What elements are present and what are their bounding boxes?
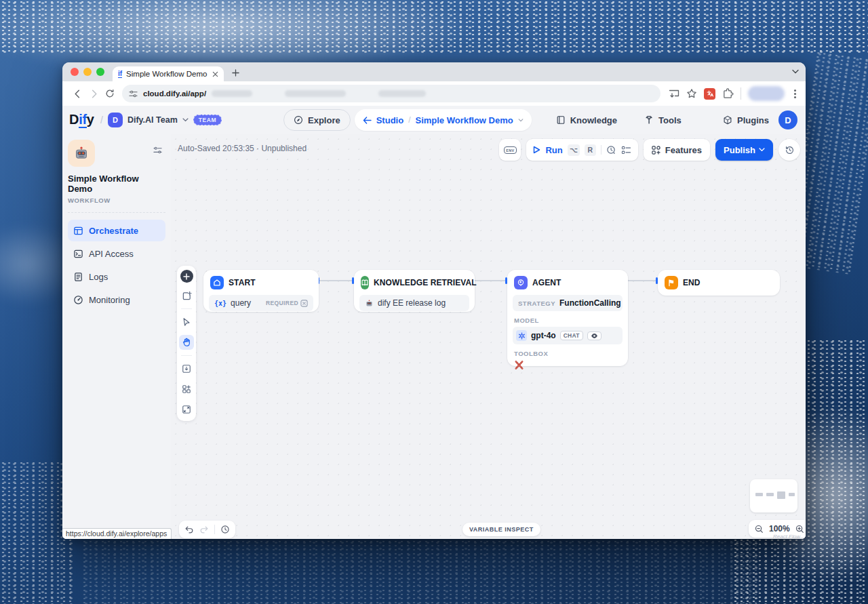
start-node-icon — [210, 276, 224, 289]
breadcrumb-studio[interactable]: Studio — [376, 115, 403, 125]
explore-label: Explore — [308, 115, 340, 125]
run-history-icon[interactable] — [606, 145, 616, 155]
bookmark-star-icon[interactable] — [686, 88, 697, 99]
search-tabs-icon[interactable] — [792, 69, 799, 75]
reload-icon[interactable] — [102, 85, 118, 102]
sidebar-item-monitoring[interactable]: Monitoring — [68, 289, 165, 310]
model-name: gpt-4o — [531, 331, 556, 340]
knowledge-node-icon — [361, 276, 369, 289]
browser-menu-icon[interactable] — [794, 93, 796, 95]
redacted-url-segment — [378, 90, 426, 97]
breadcrumb-app-name[interactable]: Simple Workflow Demo — [415, 115, 513, 125]
strategy-row: STRATEGY FunctionCalling — [513, 295, 623, 311]
sidebar-item-label: Monitoring — [89, 295, 130, 305]
explore-button[interactable]: Explore — [283, 109, 351, 131]
play-icon[interactable] — [533, 146, 540, 154]
nav-plugins[interactable]: Plugins — [723, 115, 769, 125]
node-title: AGENT — [532, 278, 561, 287]
features-label: Features — [665, 145, 702, 155]
extension-icon[interactable] — [704, 88, 715, 100]
back-icon[interactable] — [69, 85, 85, 102]
chevron-down-icon[interactable] — [518, 119, 524, 122]
dataset-icon — [365, 299, 374, 308]
compass-icon — [294, 115, 303, 125]
sidebar-app-title: Simple Workflow Demo — [68, 174, 165, 194]
dify-logo[interactable]: Dify — [69, 112, 94, 127]
node-end[interactable]: END — [658, 270, 780, 296]
site-settings-icon[interactable] — [129, 89, 138, 98]
sidebar-item-label: Orchestrate — [89, 226, 138, 236]
back-arrow-icon[interactable] — [363, 117, 372, 124]
dataset-name: dify EE release log — [378, 298, 464, 308]
address-bar[interactable]: cloud.dify.ai/app/ — [122, 85, 660, 102]
node-start[interactable]: START {x} query REQUIRED — [203, 270, 319, 312]
user-avatar[interactable]: D — [778, 110, 797, 129]
variable-inspect-button[interactable]: VARIABLE INSPECT — [462, 523, 540, 536]
zoom-in-icon[interactable] — [795, 525, 804, 533]
new-tab-icon[interactable] — [232, 69, 239, 77]
traffic-light-minimize[interactable] — [83, 68, 92, 76]
model-label: MODEL — [514, 317, 621, 324]
strategy-label: STRATEGY — [518, 300, 555, 307]
pointer-mode-icon[interactable] — [179, 315, 194, 329]
features-icon — [652, 146, 660, 155]
header-slash: / — [100, 115, 103, 125]
sidebar-item-logs[interactable]: Logs — [68, 266, 165, 287]
chat-badge: CHAT — [560, 331, 583, 340]
export-image-icon[interactable] — [179, 361, 194, 376]
node-agent[interactable]: AGENT STRATEGY FunctionCalling MODEL gpt… — [507, 270, 628, 366]
chevron-down-icon — [759, 148, 765, 152]
chevron-down-icon[interactable] — [182, 118, 189, 122]
toolbox-tool-icon[interactable] — [514, 360, 524, 370]
sidebar-app-type: WORKFLOW — [68, 197, 165, 204]
traffic-light-close[interactable] — [71, 68, 79, 76]
forward-icon[interactable] — [85, 85, 102, 102]
minimap-node — [789, 493, 795, 496]
browser-tab[interactable]: if Simple Workflow Demo - Dify — [113, 66, 224, 81]
install-app-icon[interactable] — [669, 88, 679, 99]
extensions-puzzle-icon[interactable] — [722, 88, 734, 100]
run-button[interactable]: Run — [545, 145, 562, 155]
nav-tools[interactable]: Tools — [636, 109, 690, 131]
workspace-avatar[interactable]: D — [108, 113, 123, 127]
fit-view-icon[interactable] — [179, 402, 194, 417]
publish-button[interactable]: Publish — [715, 139, 773, 161]
book-icon — [556, 115, 566, 125]
shortcut-mod-key: ⌥ — [568, 144, 580, 156]
node-knowledge-retrieval[interactable]: KNOWLEDGE RETRIEVAL dify EE release log — [354, 270, 475, 312]
end-node-icon — [665, 276, 678, 289]
toolbox-label: TOOLBOX — [514, 350, 621, 357]
checklist-icon[interactable] — [621, 146, 631, 155]
zoom-out-icon[interactable] — [755, 525, 764, 533]
organize-blocks-icon[interactable] — [179, 382, 194, 397]
logo-letter: y — [87, 112, 94, 127]
add-node-icon[interactable] — [180, 270, 193, 283]
profile-chip[interactable] — [748, 86, 785, 101]
redo-icon[interactable] — [199, 525, 209, 534]
tab-close-icon[interactable] — [212, 71, 218, 77]
minimap[interactable] — [750, 479, 797, 512]
hand-mode-icon[interactable] — [179, 335, 194, 350]
dify-page: Dify / D Dify.AI Team TEAM Explore Studi… — [62, 106, 806, 539]
edge-agent-end — [628, 280, 658, 281]
zoom-level[interactable]: 100% — [769, 524, 790, 533]
app-settings-icon[interactable] — [153, 145, 163, 155]
nav-knowledge[interactable]: Knowledge — [548, 109, 625, 131]
features-button[interactable]: Features — [644, 139, 710, 161]
sidebar-item-api-access[interactable]: API Access — [68, 243, 165, 264]
app-icon[interactable] — [68, 140, 95, 167]
workspace-name[interactable]: Dify.AI Team — [127, 115, 178, 125]
traffic-light-zoom[interactable] — [96, 68, 104, 76]
node-title: START — [229, 278, 256, 287]
add-note-icon[interactable] — [179, 288, 194, 303]
node-title: KNOWLEDGE RETRIEVAL — [374, 278, 477, 287]
sidebar-item-orchestrate[interactable]: Orchestrate — [68, 220, 165, 241]
change-history-icon[interactable] — [220, 525, 230, 534]
env-button[interactable]: ENV — [499, 139, 521, 161]
studio-breadcrumb: Studio / Simple Workflow Demo — [355, 109, 532, 131]
run-group: Run ⌥ R — [526, 139, 637, 161]
undo-icon[interactable] — [184, 525, 194, 534]
toolbar-divider — [601, 145, 601, 155]
workflow-canvas[interactable]: Auto-Saved 20:53:35 · Unpublished ENV Ru… — [171, 134, 806, 539]
version-history-button[interactable] — [778, 139, 800, 161]
